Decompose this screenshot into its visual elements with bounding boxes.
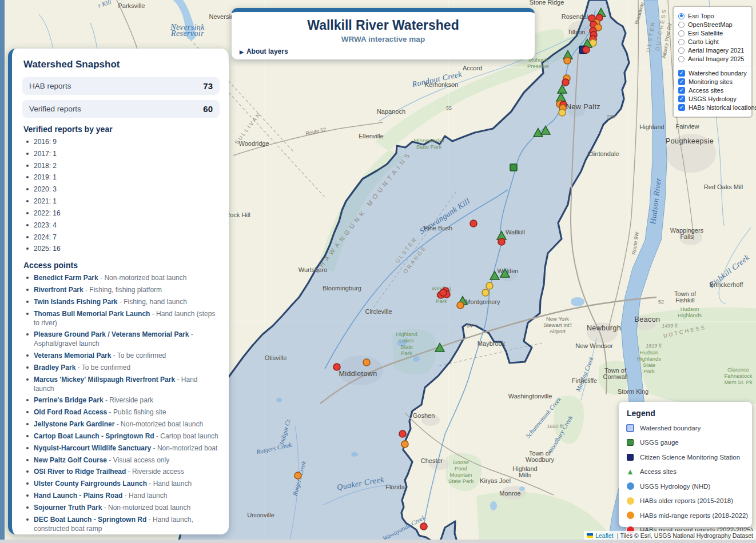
access-point-item: Nyquist-Harcourt Wildlife Sanctuary - No… (34, 444, 220, 453)
access-point-item: Thomas Bull Memorial Park Launch - Hand … (34, 310, 220, 328)
base-layer-options: Esri TopoOpenStreetMapEsri SatelliteCart… (678, 13, 747, 62)
map-label: Napanoch (377, 108, 405, 115)
map-label: Brinckerhoff (710, 281, 743, 288)
base-layer-option[interactable]: Esri Satellite (678, 30, 747, 37)
access-point-item: Sojourner Truth Park - Non-motorized boa… (34, 504, 220, 513)
legend-label: HABs mid-range reports (2018-2022) (640, 512, 748, 519)
radio-icon[interactable] (678, 47, 685, 54)
map-label: Unionville (247, 512, 274, 518)
layers-divider (674, 66, 751, 66)
map-label: Maybrook (478, 340, 506, 347)
radio-icon[interactable] (678, 13, 685, 19)
marker-orange[interactable] (401, 441, 408, 448)
marker-red[interactable] (333, 364, 340, 370)
legend-item: Watershed boundary (626, 424, 745, 433)
base-layer-option[interactable]: OpenStreetMap (678, 21, 747, 28)
access-point-item: Benedict Farm Park - Non-motorized boat … (34, 274, 220, 283)
access-point-item: Riverfront Park - Fishing, fishing platf… (34, 286, 220, 295)
base-layer-label: Aerial Imagery 2021 (688, 47, 744, 54)
overlay-label: Monitoring sites (689, 78, 733, 85)
checkbox-checked-icon[interactable] (678, 104, 685, 111)
radio-icon[interactable] (678, 39, 685, 45)
map-label: Fairview (676, 123, 699, 130)
leaflet-link[interactable]: Leaflet (595, 532, 614, 539)
access-point-item: Pleasure Ground Park / Veterans Memorial… (34, 330, 220, 349)
marker-orange[interactable] (295, 472, 301, 479)
radio-icon[interactable] (678, 22, 685, 28)
ukraine-flag-icon (587, 533, 593, 538)
map-attribution: Leaflet | Tiles © Esri, USGS National Hy… (584, 531, 756, 540)
marker-red[interactable] (583, 46, 590, 53)
map-label: Rock Hill (225, 211, 250, 218)
marker-yellow[interactable] (559, 109, 566, 116)
stat-value: 60 (203, 104, 213, 114)
marker-yellow[interactable] (486, 282, 493, 289)
map-label: MinnewaskaState Park (414, 137, 445, 150)
base-layer-option[interactable]: Aerial Imagery 2021 (678, 47, 747, 54)
page-frame-bottom (0, 540, 756, 543)
page-frame-left (0, 0, 5, 540)
marker-red[interactable] (399, 430, 406, 437)
access-point-item: OSI River to Ridge Trailhead - Riverside… (34, 468, 220, 477)
base-layer-option[interactable]: Aerial Imagery 2025 (678, 55, 747, 62)
map-label: Otisville (265, 354, 287, 361)
map-label: Parksville (118, 2, 145, 9)
radio-icon[interactable] (678, 30, 685, 37)
legend-symbol-swatch-icon (626, 424, 635, 433)
year-count-item: 2024: 7 (34, 233, 220, 242)
map-label: 52 (658, 299, 664, 305)
app-window: Parksviller KillNeversinkNeversinkReserv… (0, 0, 756, 543)
legend-symbol-tri-icon (626, 467, 635, 476)
year-count-item: 2020: 3 (34, 185, 220, 194)
access-point-item: Ulster County Fairgrounds Launch - Hand … (34, 480, 220, 489)
map-label: ClarenceFahnestockMem St. Pk (724, 366, 752, 385)
overlay-option[interactable]: Monitoring sites (678, 78, 747, 85)
base-layer-option[interactable]: Esri Topo (678, 13, 747, 19)
access-point-item: New Paltz Golf Course - Visual access on… (34, 456, 220, 465)
overlay-option[interactable]: USGS Hydrology (678, 95, 747, 102)
marker-gauge[interactable] (510, 164, 517, 171)
marker-orange[interactable] (363, 359, 370, 366)
base-layer-label: Aerial Imagery 2025 (688, 55, 744, 62)
access-point-item: Cartop Boat Launch - Springtown Rd - Car… (34, 432, 220, 441)
map-label: Town ofCornwall (603, 367, 628, 380)
checkbox-checked-icon[interactable] (678, 78, 685, 85)
legend-item: Citizen Science Monitoring Station (626, 453, 745, 462)
marker-red[interactable] (562, 79, 569, 86)
radio-icon[interactable] (678, 56, 685, 62)
access-point-item: Bradley Park - To be confirmed (34, 364, 220, 373)
about-layers-toggle[interactable]: ▶About layers (240, 47, 288, 55)
tiles-attribution: Tiles © Esri, USGS National Hydrography … (620, 532, 753, 539)
overlay-option[interactable]: Watershed boundary (678, 70, 747, 77)
marker-red[interactable] (440, 289, 447, 296)
base-layer-label: Esri Satellite (688, 30, 723, 37)
base-layer-label: OpenStreetMap (688, 21, 733, 28)
checkbox-checked-icon[interactable] (678, 70, 685, 77)
map-label: Kerhonkson (425, 81, 459, 88)
legend-symbol-c-orange-icon (626, 511, 635, 520)
overlay-label: HABs historical locations (689, 104, 756, 111)
map-label: Ellenville (359, 133, 383, 139)
year-count-item: 2025: 16 (34, 245, 220, 254)
checkbox-checked-icon[interactable] (678, 95, 685, 102)
marker-orange[interactable] (457, 302, 464, 309)
marker-red[interactable] (470, 220, 477, 227)
map-label: Stone Ridge (530, 0, 564, 6)
checkbox-checked-icon[interactable] (678, 87, 685, 94)
year-count-item: 2021: 1 (34, 197, 220, 206)
access-point-item: Hand Launch - Plains Road - Hand launch (34, 492, 220, 501)
map-title: Wallkill River Watershed (232, 18, 535, 33)
marker-orange[interactable] (564, 57, 571, 64)
map-label: NeversinkReservoir (170, 23, 205, 38)
map-label: 1619 ft (646, 343, 662, 349)
marker-red[interactable] (498, 238, 505, 245)
overlay-option[interactable]: Access sites (678, 87, 747, 94)
overlay-option[interactable]: HABs historical locations (678, 104, 747, 111)
layers-control: Esri TopoOpenStreetMapEsri SatelliteCart… (673, 6, 753, 118)
base-layer-option[interactable]: Carto Light (678, 38, 747, 45)
marker-yellow[interactable] (482, 289, 489, 296)
marker-red[interactable] (420, 523, 427, 530)
legend-symbol-navy-icon (626, 453, 635, 462)
stat-verified-reports: Verified reports 60 (22, 100, 220, 118)
map-label: Poughkeepsie (666, 137, 714, 145)
